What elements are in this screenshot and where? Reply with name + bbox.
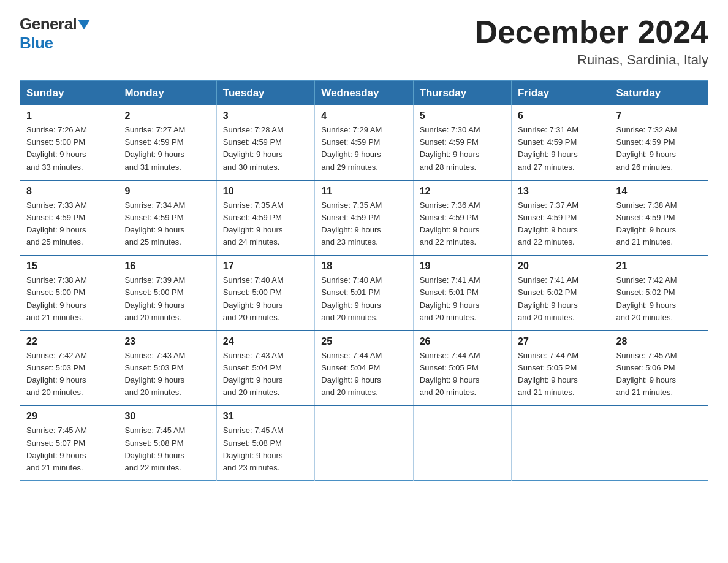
calendar-cell: 20Sunrise: 7:41 AM Sunset: 5:02 PM Dayli…: [512, 255, 610, 331]
calendar-cell: 8Sunrise: 7:33 AM Sunset: 4:59 PM Daylig…: [20, 180, 118, 256]
calendar-cell: 1Sunrise: 7:26 AM Sunset: 5:00 PM Daylig…: [20, 105, 118, 180]
calendar-cell: 9Sunrise: 7:34 AM Sunset: 4:59 PM Daylig…: [118, 180, 216, 256]
calendar-cell: 10Sunrise: 7:35 AM Sunset: 4:59 PM Dayli…: [216, 180, 314, 256]
calendar-table: SundayMondayTuesdayWednesdayThursdayFrid…: [20, 80, 708, 481]
weekday-header-saturday: Saturday: [610, 81, 708, 106]
day-number: 31: [223, 411, 308, 422]
calendar-cell: 18Sunrise: 7:40 AM Sunset: 5:01 PM Dayli…: [315, 255, 413, 331]
calendar-cell: 2Sunrise: 7:27 AM Sunset: 4:59 PM Daylig…: [118, 105, 216, 180]
day-info: Sunrise: 7:44 AM Sunset: 5:04 PM Dayligh…: [321, 350, 406, 399]
day-info: Sunrise: 7:38 AM Sunset: 4:59 PM Dayligh…: [616, 199, 702, 249]
calendar-cell: 31Sunrise: 7:45 AM Sunset: 5:08 PM Dayli…: [216, 405, 314, 480]
day-number: 19: [420, 261, 505, 272]
day-number: 20: [518, 261, 603, 272]
logo-blue: Blue: [20, 34, 53, 52]
day-number: 25: [321, 336, 406, 347]
day-info: Sunrise: 7:35 AM Sunset: 4:59 PM Dayligh…: [223, 199, 308, 249]
calendar-cell: 12Sunrise: 7:36 AM Sunset: 4:59 PM Dayli…: [413, 180, 511, 256]
calendar-week-5: 29Sunrise: 7:45 AM Sunset: 5:07 PM Dayli…: [20, 405, 708, 480]
day-info: Sunrise: 7:33 AM Sunset: 4:59 PM Dayligh…: [26, 199, 112, 249]
calendar-cell: 28Sunrise: 7:45 AM Sunset: 5:06 PM Dayli…: [610, 331, 708, 406]
title-block: December 2024 Ruinas, Sardinia, Italy: [474, 15, 708, 68]
day-info: Sunrise: 7:36 AM Sunset: 4:59 PM Dayligh…: [420, 199, 505, 249]
day-info: Sunrise: 7:40 AM Sunset: 5:00 PM Dayligh…: [223, 274, 308, 324]
weekday-header-tuesday: Tuesday: [216, 81, 314, 106]
day-info: Sunrise: 7:34 AM Sunset: 4:59 PM Dayligh…: [124, 199, 210, 249]
day-number: 3: [223, 110, 308, 121]
page-header: General Blue December 2024 Ruinas, Sardi…: [20, 15, 708, 68]
day-number: 10: [223, 186, 308, 197]
weekday-header-sunday: Sunday: [20, 81, 118, 106]
day-info: Sunrise: 7:45 AM Sunset: 5:08 PM Dayligh…: [223, 424, 308, 474]
day-info: Sunrise: 7:41 AM Sunset: 5:01 PM Dayligh…: [420, 274, 505, 324]
calendar-cell: 7Sunrise: 7:32 AM Sunset: 4:59 PM Daylig…: [610, 105, 708, 180]
calendar-cell: 19Sunrise: 7:41 AM Sunset: 5:01 PM Dayli…: [413, 255, 511, 331]
day-number: 5: [420, 110, 505, 121]
day-info: Sunrise: 7:45 AM Sunset: 5:07 PM Dayligh…: [26, 424, 112, 474]
day-number: 23: [124, 336, 210, 347]
calendar-cell: 24Sunrise: 7:43 AM Sunset: 5:04 PM Dayli…: [216, 331, 314, 406]
day-number: 7: [616, 110, 702, 121]
calendar-cell: 23Sunrise: 7:43 AM Sunset: 5:03 PM Dayli…: [118, 331, 216, 406]
day-number: 30: [124, 411, 210, 422]
calendar-cell: 4Sunrise: 7:29 AM Sunset: 4:59 PM Daylig…: [315, 105, 413, 180]
calendar-cell: 30Sunrise: 7:45 AM Sunset: 5:08 PM Dayli…: [118, 405, 216, 480]
calendar-cell: 16Sunrise: 7:39 AM Sunset: 5:00 PM Dayli…: [118, 255, 216, 331]
day-number: 6: [518, 110, 603, 121]
day-number: 21: [616, 261, 702, 272]
calendar-week-3: 15Sunrise: 7:38 AM Sunset: 5:00 PM Dayli…: [20, 255, 708, 331]
calendar-cell: 5Sunrise: 7:30 AM Sunset: 4:59 PM Daylig…: [413, 105, 511, 180]
calendar-cell: 26Sunrise: 7:44 AM Sunset: 5:05 PM Dayli…: [413, 331, 511, 406]
day-number: 16: [124, 261, 210, 272]
calendar-week-2: 8Sunrise: 7:33 AM Sunset: 4:59 PM Daylig…: [20, 180, 708, 256]
day-info: Sunrise: 7:43 AM Sunset: 5:04 PM Dayligh…: [223, 350, 308, 399]
day-info: Sunrise: 7:31 AM Sunset: 4:59 PM Dayligh…: [518, 124, 603, 174]
calendar-cell: 3Sunrise: 7:28 AM Sunset: 4:59 PM Daylig…: [216, 105, 314, 180]
day-number: 18: [321, 261, 406, 272]
calendar-cell: 25Sunrise: 7:44 AM Sunset: 5:04 PM Dayli…: [315, 331, 413, 406]
calendar-cell: 17Sunrise: 7:40 AM Sunset: 5:00 PM Dayli…: [216, 255, 314, 331]
day-info: Sunrise: 7:26 AM Sunset: 5:00 PM Dayligh…: [26, 124, 112, 174]
day-number: 15: [26, 261, 112, 272]
calendar-cell: 22Sunrise: 7:42 AM Sunset: 5:03 PM Dayli…: [20, 331, 118, 406]
day-number: 14: [616, 186, 702, 197]
day-number: 1: [26, 110, 112, 121]
day-number: 2: [124, 110, 210, 121]
day-number: 26: [420, 336, 505, 347]
weekday-header-wednesday: Wednesday: [315, 81, 413, 106]
calendar-cell: 6Sunrise: 7:31 AM Sunset: 4:59 PM Daylig…: [512, 105, 610, 180]
calendar-cell: [512, 405, 610, 480]
calendar-week-1: 1Sunrise: 7:26 AM Sunset: 5:00 PM Daylig…: [20, 105, 708, 180]
day-info: Sunrise: 7:40 AM Sunset: 5:01 PM Dayligh…: [321, 274, 406, 324]
day-number: 27: [518, 336, 603, 347]
calendar-cell: 13Sunrise: 7:37 AM Sunset: 4:59 PM Dayli…: [512, 180, 610, 256]
calendar-cell: 29Sunrise: 7:45 AM Sunset: 5:07 PM Dayli…: [20, 405, 118, 480]
day-number: 8: [26, 186, 112, 197]
day-number: 22: [26, 336, 112, 347]
day-info: Sunrise: 7:44 AM Sunset: 5:05 PM Dayligh…: [518, 350, 603, 399]
calendar-cell: 27Sunrise: 7:44 AM Sunset: 5:05 PM Dayli…: [512, 331, 610, 406]
day-number: 12: [420, 186, 505, 197]
weekday-header-thursday: Thursday: [413, 81, 511, 106]
calendar-cell: [315, 405, 413, 480]
calendar-header-row: SundayMondayTuesdayWednesdayThursdayFrid…: [20, 81, 708, 106]
day-number: 9: [124, 186, 210, 197]
calendar-week-4: 22Sunrise: 7:42 AM Sunset: 5:03 PM Dayli…: [20, 331, 708, 406]
day-number: 28: [616, 336, 702, 347]
logo-general: General: [20, 15, 77, 34]
day-info: Sunrise: 7:45 AM Sunset: 5:08 PM Dayligh…: [124, 424, 210, 474]
day-info: Sunrise: 7:45 AM Sunset: 5:06 PM Dayligh…: [616, 350, 702, 399]
page-title: December 2024: [474, 15, 708, 50]
day-info: Sunrise: 7:44 AM Sunset: 5:05 PM Dayligh…: [420, 350, 505, 399]
page-subtitle: Ruinas, Sardinia, Italy: [474, 52, 708, 68]
day-info: Sunrise: 7:35 AM Sunset: 4:59 PM Dayligh…: [321, 199, 406, 249]
logo-triangle-icon: [78, 20, 90, 29]
day-number: 24: [223, 336, 308, 347]
day-info: Sunrise: 7:42 AM Sunset: 5:02 PM Dayligh…: [616, 274, 702, 324]
day-number: 17: [223, 261, 308, 272]
day-info: Sunrise: 7:30 AM Sunset: 4:59 PM Dayligh…: [420, 124, 505, 174]
day-info: Sunrise: 7:37 AM Sunset: 4:59 PM Dayligh…: [518, 199, 603, 249]
weekday-header-friday: Friday: [512, 81, 610, 106]
calendar-cell: 14Sunrise: 7:38 AM Sunset: 4:59 PM Dayli…: [610, 180, 708, 256]
day-info: Sunrise: 7:39 AM Sunset: 5:00 PM Dayligh…: [124, 274, 210, 324]
